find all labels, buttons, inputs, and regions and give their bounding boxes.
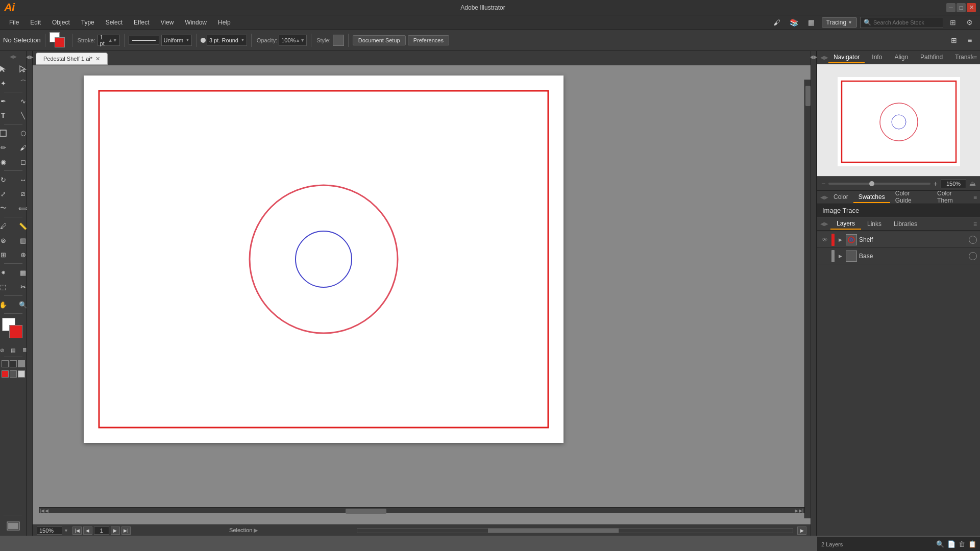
arrange-panels-icon[interactable]: ⊞: [947, 33, 961, 47]
zoom-dropdown-arrow[interactable]: ▼: [64, 528, 68, 533]
document-tab[interactable]: Pedestal Shelf 1.ai* ✕: [36, 53, 108, 65]
tab-align[interactable]: Align: [889, 52, 913, 63]
blend-tool-button[interactable]: ⊗: [0, 234, 13, 247]
collect-icon[interactable]: 📋: [968, 540, 976, 548]
symbol-spray-tool-button[interactable]: ⁕: [0, 266, 13, 279]
left-panel-collapse[interactable]: ◀▶: [27, 51, 33, 536]
pencil-tool-button[interactable]: ✏: [0, 141, 13, 154]
point-size-dropdown[interactable]: 3 pt. Round: [207, 35, 247, 46]
tab-navigator[interactable]: Navigator: [828, 52, 865, 63]
scroll-thumb-h[interactable]: [346, 509, 386, 514]
left-collapse-handle[interactable]: ◀▶: [2, 53, 24, 60]
layers-expand-icon[interactable]: ◀▶: [820, 221, 828, 227]
canvas-container[interactable]: |◀ ◀ ▶ ▶|: [33, 65, 811, 524]
menu-object[interactable]: Object: [47, 17, 75, 28]
type-tool-button[interactable]: T: [0, 109, 13, 122]
color-light-swatch[interactable]: [18, 370, 25, 378]
settings-icon[interactable]: ⚙: [963, 16, 976, 29]
new-layer-icon[interactable]: 📄: [947, 540, 955, 548]
layer-circle-shelf[interactable]: [969, 236, 977, 244]
draw-mode-button[interactable]: [4, 518, 23, 532]
stock-search[interactable]: 🔍: [860, 17, 943, 28]
arrange-icon[interactable]: ⊞: [946, 16, 960, 29]
zoom-minus-button[interactable]: −: [821, 180, 825, 188]
scroll-nav-left[interactable]: |◀ ◀: [39, 508, 50, 513]
delete-layer-icon[interactable]: 🗑: [959, 540, 965, 548]
scale-tool-button[interactable]: ⤢: [0, 187, 13, 201]
layout-icon[interactable]: ▦: [804, 15, 819, 30]
preferences-button[interactable]: Preferences: [408, 35, 449, 45]
color-black-swatch[interactable]: [10, 360, 17, 367]
gradient-small-icon[interactable]: ▤: [9, 345, 18, 355]
stroke-style-dropdown[interactable]: Uniform: [161, 35, 192, 46]
layer-row-shelf[interactable]: 👁 ▶ Shelf: [817, 232, 980, 248]
layer-visibility-shelf[interactable]: 👁: [820, 235, 829, 244]
menu-view[interactable]: View: [156, 17, 179, 28]
nav-first-icon[interactable]: |◀: [40, 508, 44, 513]
tab-layers[interactable]: Layers: [830, 218, 861, 230]
right-collapse-handle[interactable]: ◀▶: [811, 51, 817, 536]
color-dark-swatch[interactable]: [10, 370, 17, 378]
menu-window[interactable]: Window: [180, 17, 212, 28]
tab-pathfinder[interactable]: Pathfind: [915, 52, 948, 63]
vertical-scrollbar[interactable]: [804, 80, 811, 518]
opacity-value[interactable]: 100% ▲▼: [279, 35, 307, 46]
selection-tool-button[interactable]: [0, 62, 13, 76]
menu-select[interactable]: Select: [101, 17, 128, 28]
zoom-plus-button[interactable]: +: [934, 180, 938, 188]
pen-tool-button[interactable]: ✒: [0, 94, 13, 108]
maximize-button[interactable]: □: [957, 3, 966, 12]
scroll-nav-right[interactable]: ▶ ▶|: [794, 508, 804, 513]
menu-type[interactable]: Type: [76, 17, 100, 28]
mesh-tool-button[interactable]: ⊞: [0, 248, 13, 261]
layer-visibility-base[interactable]: 👁: [820, 252, 829, 261]
tab-close-icon[interactable]: ✕: [95, 56, 100, 62]
magic-wand-tool-button[interactable]: ✦: [0, 77, 13, 90]
layer-circle-base[interactable]: [969, 252, 977, 260]
color-panel-expand-icon[interactable]: ◀▶: [820, 194, 828, 200]
libraries-icon[interactable]: 📚: [787, 15, 801, 30]
next-page-button[interactable]: ▶: [111, 527, 120, 535]
tracing-button[interactable]: Tracing ▼: [822, 17, 857, 28]
color-panel-menu-icon[interactable]: ≡: [973, 194, 977, 201]
menu-edit[interactable]: Edit: [25, 17, 46, 28]
last-page-button[interactable]: ▶|: [121, 527, 131, 535]
menu-effect[interactable]: Effect: [129, 17, 154, 28]
artboard-tool-button[interactable]: ⬚: [0, 280, 13, 293]
stroke-line-dropdown[interactable]: [129, 36, 159, 45]
tab-links[interactable]: Links: [861, 219, 888, 229]
prev-page-button[interactable]: ◀: [83, 527, 92, 535]
status-scrollbar[interactable]: [357, 528, 793, 533]
color-none-swatch[interactable]: [2, 360, 9, 367]
zoom-input[interactable]: 150%: [37, 527, 62, 535]
warp-tool-button[interactable]: 〜: [0, 202, 13, 215]
nav-prev-icon[interactable]: ◀: [45, 508, 48, 513]
scroll-thumb-v[interactable]: [805, 86, 811, 106]
layer-row-base[interactable]: 👁 ▶ Base: [817, 248, 980, 264]
nav-last-icon[interactable]: ▶|: [799, 508, 803, 513]
menu-help[interactable]: Help: [213, 17, 236, 28]
status-scroll-thumb[interactable]: [488, 529, 619, 533]
tab-info[interactable]: Info: [867, 52, 887, 63]
layers-menu-icon[interactable]: ≡: [973, 220, 977, 228]
blob-brush-tool-button[interactable]: ◉: [0, 155, 13, 168]
rect-tool-button[interactable]: [0, 127, 13, 140]
tab-transform[interactable]: Transfor: [950, 52, 973, 63]
fit-page-icon[interactable]: ⛰: [969, 180, 976, 187]
none-icon[interactable]: ⊘: [0, 345, 7, 355]
tab-libraries[interactable]: Libraries: [888, 219, 923, 229]
layer-expand-base[interactable]: ▶: [837, 253, 844, 260]
color-red-swatch[interactable]: [2, 370, 9, 378]
stroke-value[interactable]: 1 pt ▲▼: [97, 35, 120, 46]
find-layer-icon[interactable]: 🔍: [936, 540, 944, 548]
stock-search-input[interactable]: [873, 19, 940, 26]
page-input[interactable]: [94, 527, 109, 535]
tab-swatches[interactable]: Swatches: [853, 192, 890, 203]
style-preview[interactable]: [333, 35, 344, 46]
zoom-slider-thumb[interactable]: [869, 181, 874, 186]
color-gray-swatch[interactable]: [18, 360, 25, 367]
stroke-color-box[interactable]: [9, 325, 22, 338]
zoom-slider-track[interactable]: [828, 183, 930, 185]
horizontal-scrollbar[interactable]: |◀ ◀ ▶ ▶|: [39, 507, 804, 513]
panel-menu-icon[interactable]: ≡: [973, 54, 977, 61]
